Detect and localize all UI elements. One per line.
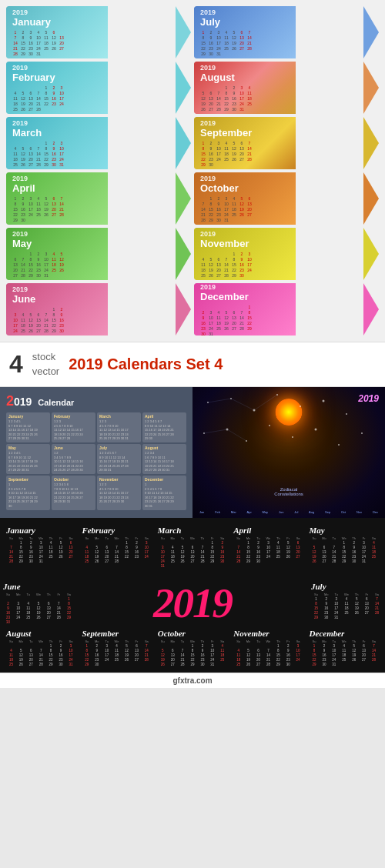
cal-month-apr: April SuMoTuWeThFrSa 123456 78910111213 … [232,524,304,569]
strip-february: 2019 February 123 45678910 1112131415161… [6,62,191,114]
strip-year: 2019 [200,64,373,72]
cal-row-1: January SuMoTuWeThFrSa 123456 7891011121… [5,524,380,569]
grid-calendar-label: Calendar [38,398,74,407]
strip-year: 2019 [12,175,185,182]
mini-month-may: May 1 2 3 4 56 7 8 9 10 11 1213 14 15 16… [6,444,50,474]
grid-year-019: 019 [14,396,32,408]
mini-month-apr: April 1 2 3 4 5 6 78 9 10 11 12 13 1415 … [142,412,186,442]
svg-point-5 [323,400,325,402]
stock-number: 4 [9,350,23,379]
zodiacal-label: ZodiacalConstellations [192,487,385,496]
strip-year: 2019 [200,230,373,238]
cal-month-sep-bot: September SuMoTuWeThFrSa 1234567 8910111… [80,627,152,668]
mini-month-jun: June 1 23 4 5 6 7 8 910 11 12 13 14 15 1… [52,444,95,474]
space-calendar: 2019 [192,387,385,518]
svg-point-13 [315,429,317,431]
site-url: gfxtra.com [172,676,212,685]
strip-days: 123 45678910 11121314151617 181920212223… [12,141,185,167]
strip-year: 2019 [200,8,373,16]
strip-august: 2019 August 1234 567891011 1213141516171… [194,62,379,114]
strip-days: 1 2345678 9101112131415 16171819202122 2… [200,305,373,336]
svg-line-19 [204,429,227,433]
strip-year: 2019 [12,119,185,127]
strip-days: 1234567 891011121314 15161718192021 2223… [12,196,185,222]
full-black-calendar: January SuMoTuWeThFrSa 123456 7891011121… [0,518,385,579]
mini-month-jul: July 1 2 3 4 5 6 78 9 10 11 12 13 1415 1… [97,444,141,474]
cal-month-oct-bot: October SuMoTuWeThFrSa 1234 567891011 12… [156,627,229,668]
cal-month-mar: March SuMoTuWeThFrSa 12 3456789 10111213… [156,524,229,569]
svg-point-12 [292,436,293,438]
strip-november: 2019 November 123 45678910 1112131415161… [194,228,379,280]
big-year-display: 2019 [77,579,308,627]
mini-month-aug: August 1 2 3 45 6 7 8 9 10 1112 13 14 15… [142,444,186,474]
strip-may: 2019 May 12345 6789101112 13141516171819… [6,228,191,280]
svg-point-11 [269,425,270,426]
strip-march: 2019 March 123 45678910 11121314151617 1… [6,117,191,169]
cal-month-nov-bot: November SuMoTuWeThFrSa 123 45678910 111… [232,627,304,668]
stock-type: stock vector [32,350,59,378]
mini-grid: January 1 2 3 4 56 7 8 9 10 11 1213 14 1… [6,412,186,510]
cal-month-may: May SuMoTuWeThFrSa 1234 567891011 121314… [308,524,380,569]
strip-year: 2019 [12,285,185,293]
strip-year: 2019 [12,64,185,72]
svg-line-18 [254,395,277,410]
strip-month-name: February [12,72,185,83]
cal-row-bottom: August SuMoTuWeThFrSa 123 45678910 11121… [0,627,385,673]
strip-days: 123456 78910111213 14151617181920 212223… [12,30,185,56]
cal-month-dec-bot: December SuMoTuWeThFrSa 1234567 89101112… [308,627,380,668]
mini-month-sep: September 12 3 4 5 6 7 89 10 11 12 13 14… [6,476,50,510]
strip-days: 1234567 891011121314 15161718192021 2223… [200,30,373,56]
stock-banner: 4 stock vector 2019 Calendars Set 4 [0,342,385,387]
strip-year: 2019 [200,283,373,291]
strip-month-name: September [200,127,373,139]
constellation-svg [192,387,385,518]
mini-month-nov: November 1 2 34 5 6 7 8 9 1011 12 13 14 … [97,476,141,510]
strip-month-name: June [12,293,185,305]
mini-month-oct: October 1 2 3 4 5 67 8 9 10 11 12 1314 1… [52,476,95,510]
strip-days: 12 3456789 10111213141516 17181920212223… [12,307,185,333]
strip-month-name: December [200,291,373,302]
strip-year: 2019 [12,230,185,238]
svg-line-17 [231,399,254,410]
strip-month-name: May [12,238,185,249]
grid-year-2: 2 [6,393,14,409]
strip-month-name: November [200,238,373,249]
cal-month-feb: February SuMoTuWeThFrSa 123 45678910 111… [80,524,152,569]
cal-month-jan: January SuMoTuWeThFrSa 123456 7891011121… [5,524,77,569]
svg-point-6 [346,413,347,415]
stock-title: 2019 Calendars Set 4 [69,356,223,373]
big-year-number: 2019 [153,579,232,627]
strip-days: 1234 567891011 12131415161718 1920212223… [200,85,373,112]
strip-days: 123 45678910 11121314151617 181920212223… [12,85,185,112]
strip-month-name: July [200,16,373,28]
cal-month-july-block: July SuMoTuWeThFrSa 1234567 891011121314… [308,579,385,627]
svg-line-20 [227,429,246,441]
strip-month-name: August [200,72,373,83]
mini-month-feb: February 1 2 34 5 6 7 8 9 1011 12 13 14 … [52,412,95,442]
svg-point-7 [369,396,370,397]
dual-calendar-section: 2019 Calendar January 1 2 3 4 56 7 8 9 1… [0,387,385,518]
strip-days: 12345 6789101112 13141516171819 20212223… [12,252,185,278]
strip-december: 2019 December 1 2345678 9101112131415 16… [194,283,379,336]
strip-april: 2019 April 1234567 891011121314 15161718… [6,172,191,225]
strip-days: 123 45678910 11121314151617 181920212223… [200,252,373,278]
cal-month-aug-bot: August SuMoTuWeThFrSa 123 45678910 11121… [5,627,77,668]
strip-september: 2019 September 1234567 891011121314 1516… [194,117,379,169]
watermark-bar: gfxtra.com [0,673,385,688]
strip-january: 2019 January 123456 78910111213 14151617… [6,6,191,58]
svg-line-16 [208,399,231,402]
strip-month-name: January [12,16,185,28]
mini-month-jan: January 1 2 3 4 56 7 8 9 10 11 1213 14 1… [6,412,50,442]
strip-june: 2019 June 12 3456789 10111213141516 1718… [6,283,191,336]
strip-year: 2019 [12,8,185,16]
big-year-row: June SuMoTuWeThFrSa 1 2345678 9101112131… [0,579,385,627]
strip-year: 2019 [200,119,373,127]
grid-title: 2019 Calendar [6,393,186,409]
strip-days: 123456 78910111213 14151617181920 212223… [200,196,373,222]
space-months-row: Jan Feb Mar Apr May Jun Jul Aug Sep Oct … [194,510,383,514]
strip-october: 2019 October 123456 78910111213 14151617… [194,172,379,225]
grid-calendar-left: 2019 Calendar January 1 2 3 4 56 7 8 9 1… [0,387,192,518]
strip-july: 2019 July 1234567 891011121314 151617181… [194,6,379,58]
strip-month-name: April [12,182,185,194]
cal-month-june-block: June SuMoTuWeThFrSa 1 2345678 9101112131… [0,579,77,627]
